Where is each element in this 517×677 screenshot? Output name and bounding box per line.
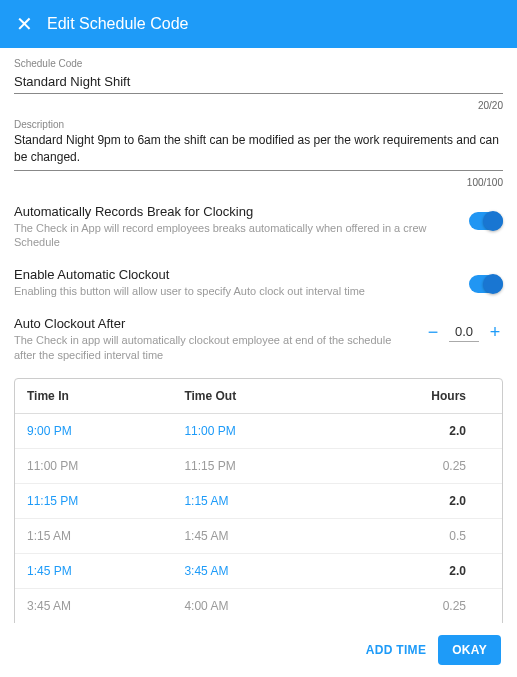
description-input[interactable]: Standard Night 9pm to 6am the shift can … xyxy=(14,132,503,171)
description-count: 100/100 xyxy=(14,177,503,188)
hours-cell: 0.5 xyxy=(370,529,490,543)
auto-break-sub: The Check in App will record employees b… xyxy=(14,221,453,250)
auto-clockout-sub: Enabling this button will allow user to … xyxy=(14,284,453,298)
clockout-after-stepper: − 0.0 + xyxy=(425,322,503,343)
auto-break-row: Automatically Records Break for Clocking… xyxy=(14,196,503,260)
schedule-code-count: 20/20 xyxy=(14,100,503,111)
time-out-cell[interactable]: 11:00 PM xyxy=(184,424,369,438)
schedule-code-label: Schedule Code xyxy=(14,58,503,69)
table-row: 11:15 PM1:15 AM2.0 xyxy=(15,484,502,519)
time-in-cell[interactable]: 9:00 PM xyxy=(27,424,184,438)
col-header-time-out: Time Out xyxy=(184,389,369,403)
time-out-cell: 1:45 AM xyxy=(184,529,369,543)
hours-cell: 0.25 xyxy=(370,459,490,473)
hours-cell: 2.0 xyxy=(370,494,490,508)
time-in-cell: 1:15 AM xyxy=(27,529,184,543)
dialog-title: Edit Schedule Code xyxy=(47,15,188,33)
clockout-after-sub: The Check in app will automatically cloc… xyxy=(14,333,409,362)
hours-cell: 0.25 xyxy=(370,599,490,613)
auto-clockout-row: Enable Automatic Clockout Enabling this … xyxy=(14,259,503,308)
time-out-cell: 4:00 AM xyxy=(184,599,369,613)
auto-clockout-toggle[interactable] xyxy=(469,275,503,293)
col-header-hours: Hours xyxy=(370,389,490,403)
description-label: Description xyxy=(14,119,503,130)
schedule-code-field: Schedule Code Standard Night Shift xyxy=(14,58,503,94)
table-row: 9:00 PM11:00 PM2.0 xyxy=(15,414,502,449)
auto-clockout-title: Enable Automatic Clockout xyxy=(14,267,453,282)
clockout-after-row: Auto Clockout After The Check in app wil… xyxy=(14,308,503,376)
time-out-cell[interactable]: 3:45 AM xyxy=(184,564,369,578)
time-in-cell[interactable]: 11:15 PM xyxy=(27,494,184,508)
close-icon[interactable]: ✕ xyxy=(16,14,33,34)
shift-table: Time In Time Out Hours 9:00 PM11:00 PM2.… xyxy=(14,378,503,623)
hours-cell: 2.0 xyxy=(370,564,490,578)
schedule-code-input[interactable]: Standard Night Shift xyxy=(14,71,503,94)
okay-button[interactable]: OKAY xyxy=(438,635,501,665)
clockout-after-title: Auto Clockout After xyxy=(14,316,409,331)
time-out-cell[interactable]: 1:15 AM xyxy=(184,494,369,508)
dialog-footer: ADD TIME OKAY xyxy=(0,623,517,677)
auto-break-title: Automatically Records Break for Clocking xyxy=(14,204,453,219)
time-in-cell: 3:45 AM xyxy=(27,599,184,613)
table-header: Time In Time Out Hours xyxy=(15,379,502,414)
add-time-button[interactable]: ADD TIME xyxy=(366,643,426,657)
table-row: 11:00 PM11:15 PM0.25 xyxy=(15,449,502,484)
dialog-header: ✕ Edit Schedule Code xyxy=(0,0,517,48)
time-out-cell: 11:15 PM xyxy=(184,459,369,473)
table-row: 1:15 AM1:45 AM0.5 xyxy=(15,519,502,554)
col-header-time-in: Time In xyxy=(27,389,184,403)
time-in-cell[interactable]: 1:45 PM xyxy=(27,564,184,578)
stepper-minus-icon[interactable]: − xyxy=(425,322,441,343)
hours-cell: 2.0 xyxy=(370,424,490,438)
time-in-cell: 11:00 PM xyxy=(27,459,184,473)
table-row: 3:45 AM4:00 AM0.25 xyxy=(15,589,502,623)
clockout-after-value[interactable]: 0.0 xyxy=(449,324,479,342)
table-row: 1:45 PM3:45 AM2.0 xyxy=(15,554,502,589)
auto-break-toggle[interactable] xyxy=(469,212,503,230)
stepper-plus-icon[interactable]: + xyxy=(487,322,503,343)
description-field: Description Standard Night 9pm to 6am th… xyxy=(14,119,503,171)
dialog-content: Schedule Code Standard Night Shift 20/20… xyxy=(0,48,517,623)
